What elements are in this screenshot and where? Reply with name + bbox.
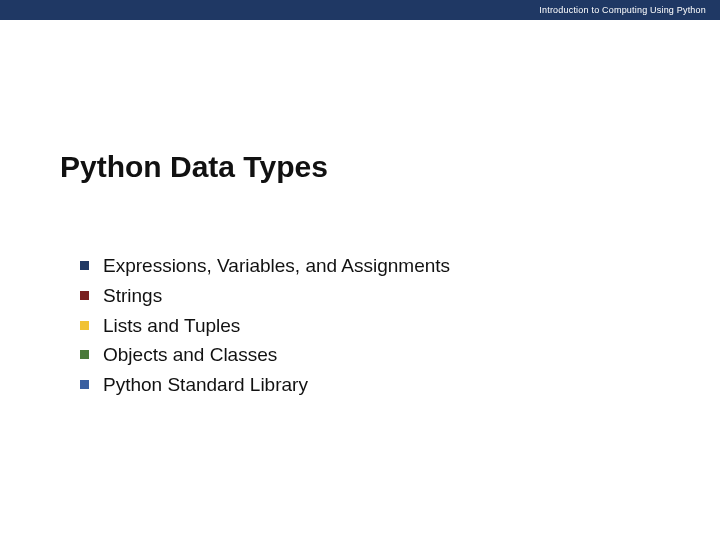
list-item: Objects and Classes [80,343,660,367]
list-item: Python Standard Library [80,373,660,397]
bullet-icon [80,291,89,300]
bullet-icon [80,380,89,389]
bullet-list: Expressions, Variables, and Assignments … [60,254,660,397]
bullet-label: Python Standard Library [103,373,308,397]
header-bar: Introduction to Computing Using Python [0,0,720,20]
bullet-label: Lists and Tuples [103,314,240,338]
bullet-label: Strings [103,284,162,308]
list-item: Lists and Tuples [80,314,660,338]
list-item: Expressions, Variables, and Assignments [80,254,660,278]
course-label: Introduction to Computing Using Python [539,5,706,15]
bullet-icon [80,350,89,359]
bullet-label: Objects and Classes [103,343,277,367]
list-item: Strings [80,284,660,308]
page-title: Python Data Types [60,150,660,184]
bullet-icon [80,321,89,330]
slide-body: Python Data Types Expressions, Variables… [0,20,720,397]
bullet-label: Expressions, Variables, and Assignments [103,254,450,278]
bullet-icon [80,261,89,270]
